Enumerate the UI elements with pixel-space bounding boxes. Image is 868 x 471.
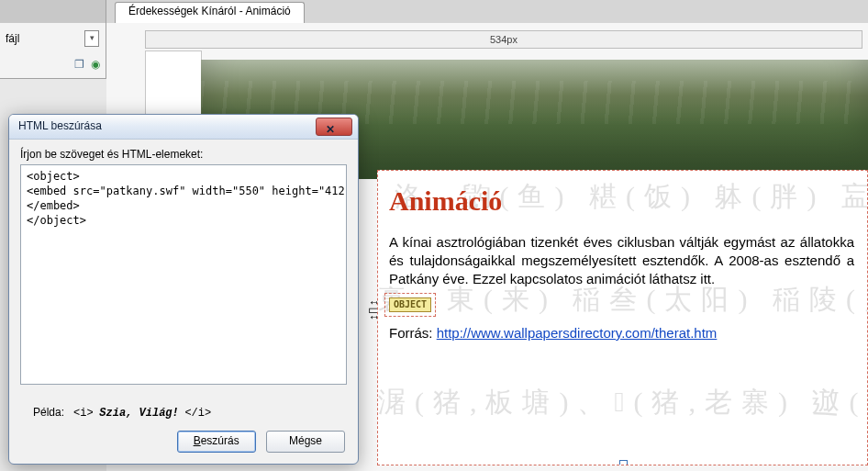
dialog-title: HTML beszúrása [18,119,102,132]
tab-strip: Érdekességek Kínáról - Animáció [0,0,868,24]
document-tab-label: Érdekességek Kínáról - Animáció [128,5,291,17]
source-label: Forrás: [389,325,437,341]
files-panel: fájl ▾ ❐ ◉ [0,23,106,79]
example-close-tag: </i> [184,407,211,420]
ruler-label: 534px [490,34,517,45]
intro-paragraph: A kínai asztrológiában tizenkét éves cik… [389,233,854,288]
content-region[interactable]: 洛 鼩(鱼) 糂(饭) 躰(胖) 衁(村) 裛 東(来) 稲叁(太阳) 稲陵(月… [377,170,868,465]
html-input[interactable] [20,164,347,385]
cascade-icon[interactable]: ❐ [72,58,86,71]
insert-button[interactable]: Beszúrás [177,431,256,453]
source-line: Forrás: http://www.wallpapersdirectory.c… [389,325,854,341]
panel-divider [106,0,106,23]
width-ruler: 534px [145,30,862,49]
close-icon: ✕ [326,123,335,137]
cancel-button[interactable]: Mégse [266,431,345,453]
file-type-label: fájl [6,32,19,45]
dialog-titlebar[interactable]: HTML beszúrása ✕ [9,115,358,140]
resize-handle-bottom[interactable] [619,460,628,465]
document-tab[interactable]: Érdekességek Kínáról - Animáció [115,2,305,24]
insert-button-rest: eszúrás [201,434,239,447]
example-label: Példa: [33,406,64,419]
example-text: Szia, Világ! [99,407,178,420]
insert-html-dialog: HTML beszúrása ✕ Írjon be szöveget és HT… [8,114,359,465]
example-line: Példa: <i> Szia, Világ! </i> [33,406,211,420]
dialog-prompt: Írjon be szöveget és HTML-elemeket: [20,148,203,161]
page-heading: Animáció [389,185,854,217]
dialog-buttons: Beszúrás Mégse [170,431,345,453]
example-open-tag: <i> [73,407,94,420]
object-placeholder[interactable]: OBJECT [389,297,431,312]
source-link[interactable]: http://www.wallpapersdirectory.com/thera… [437,325,718,341]
file-type-dropdown[interactable]: ▾ [84,30,99,47]
globe-icon[interactable]: ◉ [88,58,103,71]
close-button[interactable]: ✕ [316,118,352,136]
